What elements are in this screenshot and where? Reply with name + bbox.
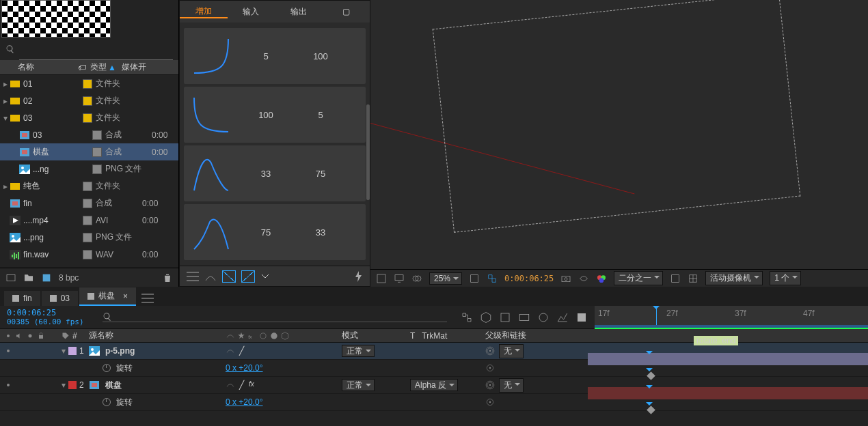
layer-bar[interactable]	[588, 387, 868, 399]
layer-swatch[interactable]	[68, 381, 77, 389]
resolution-dropdown[interactable]: 二分之一	[614, 271, 663, 285]
curve-a-icon[interactable]	[204, 271, 217, 282]
col-trkmat[interactable]: TrkMat	[422, 331, 447, 341]
label-swatch[interactable]	[83, 199, 92, 208]
project-item[interactable]: ...pngPNG 文件	[0, 229, 178, 246]
new-comp-icon[interactable]	[41, 272, 52, 283]
property-value[interactable]: 0 x +20.0°	[226, 363, 263, 373]
motion-blur-icon[interactable]	[537, 311, 550, 324]
close-icon[interactable]: ×	[123, 292, 128, 301]
scrollbar[interactable]	[366, 104, 370, 200]
tag-icon[interactable]: 🏷	[78, 63, 86, 72]
col-mode[interactable]: 模式	[342, 330, 358, 340]
composition-marker[interactable]: rotate_end	[694, 336, 738, 345]
timeline-tab[interactable]: 03	[42, 291, 78, 306]
bpc-toggle[interactable]: 8 bpc	[59, 273, 79, 283]
project-item[interactable]: fin.wavWAV0:00	[0, 246, 178, 263]
col-source[interactable]: 源名称	[89, 330, 113, 341]
show-snapshot-icon[interactable]	[578, 273, 589, 284]
pickwhip-icon[interactable]	[485, 397, 495, 407]
shy-icon[interactable]	[499, 311, 511, 324]
tab-out[interactable]: 输出	[275, 6, 323, 18]
expand-caret[interactable]: ▾	[62, 346, 66, 356]
guides-icon[interactable]	[688, 273, 699, 284]
tab-box[interactable]: ▢	[323, 7, 370, 16]
label-swatch[interactable]	[83, 250, 92, 259]
comp-flowchart-icon[interactable]	[461, 311, 473, 324]
snapshot-icon[interactable]	[560, 273, 571, 284]
label-swatch[interactable]	[92, 147, 102, 157]
col-parent[interactable]: 父级和链接	[485, 330, 526, 341]
blend-mode-dropdown[interactable]: 正常	[342, 379, 375, 391]
tabs-menu-icon[interactable]	[141, 294, 154, 303]
solo-icon[interactable]	[26, 332, 34, 340]
expand-caret[interactable]: ▾	[62, 380, 66, 390]
expand-caret[interactable]: ▾	[1, 113, 10, 123]
pickwhip-icon[interactable]	[485, 380, 495, 390]
project-item[interactable]: ....mp4AVI0:00	[0, 212, 178, 229]
label-swatch[interactable]	[92, 165, 102, 174]
lock-icon[interactable]	[37, 332, 45, 340]
region-icon[interactable]	[670, 273, 681, 284]
timeline-timecode[interactable]: 0:00:06:25	[7, 308, 96, 317]
time-ruler[interactable]: 17f27f37f47f	[595, 306, 868, 329]
quality-switch[interactable]: ╱	[236, 380, 246, 390]
label-swatch[interactable]	[92, 130, 102, 140]
menu-icon[interactable]	[187, 272, 199, 281]
timeline-tab[interactable]: fin	[4, 291, 40, 306]
col-media[interactable]: 媒体开	[122, 61, 146, 73]
stopwatch-icon[interactable]	[103, 398, 111, 406]
stopwatch-icon[interactable]	[103, 364, 111, 372]
layer-bounding-box[interactable]	[433, 0, 801, 233]
grid-icon[interactable]	[376, 273, 387, 284]
expand-caret[interactable]: ▸	[1, 182, 10, 191]
interpret-footage-icon[interactable]	[5, 272, 16, 283]
project-item[interactable]: fin合成0:00	[0, 195, 178, 212]
label-swatch[interactable]	[83, 233, 92, 242]
draft3d-icon[interactable]	[480, 311, 492, 324]
toggle-switches-icon[interactable]	[575, 311, 588, 324]
tab-add[interactable]: 增加	[180, 5, 228, 18]
shy-switch[interactable]	[226, 346, 235, 356]
project-item[interactable]: ...ngPNG 文件	[0, 160, 178, 178]
timeline-tab[interactable]: 棋盘×	[79, 287, 136, 306]
timeline-search[interactable]	[103, 312, 447, 322]
chevron-down-icon[interactable]	[260, 272, 270, 281]
color-mgmt-icon[interactable]	[596, 273, 607, 284]
transparency-grid-icon[interactable]	[487, 273, 498, 284]
layer-row[interactable]: ▾2 棋盘 ╱fx 正常 Alpha 反 无	[0, 377, 868, 394]
new-folder-icon[interactable]	[23, 272, 34, 283]
pickwhip-icon[interactable]	[485, 346, 495, 356]
graph-editor-icon[interactable]	[556, 311, 569, 324]
timeline-frames[interactable]: 00385 (60.00 fps)	[7, 317, 103, 326]
project-item[interactable]: ▸01文件夹	[0, 75, 178, 92]
easing-preset[interactable]: 33 75	[184, 145, 366, 201]
zoom-dropdown[interactable]: 25%	[429, 272, 462, 285]
col-name[interactable]: 名称	[3, 61, 78, 73]
project-item[interactable]: ▸02文件夹	[0, 92, 178, 109]
mode-box-1[interactable]	[222, 270, 236, 283]
layer-row[interactable]: ▾1 p-5.png ╱ 正常 无	[0, 343, 868, 360]
eye-icon[interactable]	[4, 332, 12, 340]
trash-icon[interactable]	[162, 272, 173, 283]
label-swatch[interactable]	[83, 182, 92, 191]
layer-bar[interactable]	[588, 353, 868, 365]
col-num[interactable]: #	[72, 331, 77, 341]
sort-ascending-icon[interactable]: ▲	[108, 63, 116, 72]
label-swatch[interactable]	[83, 79, 92, 89]
safe-zones-icon[interactable]	[469, 273, 480, 284]
expand-caret[interactable]: ▸	[1, 96, 10, 106]
speaker-icon[interactable]	[15, 332, 23, 340]
quality-switch[interactable]: ╱	[236, 346, 246, 356]
eye-icon[interactable]	[4, 347, 12, 355]
parent-dropdown[interactable]: 无	[499, 344, 524, 358]
label-swatch[interactable]	[83, 96, 92, 106]
project-item[interactable]: 棋盘合成0:00	[0, 143, 178, 160]
blend-mode-dropdown[interactable]: 正常	[342, 345, 375, 357]
camera-dropdown[interactable]: 活动摄像机	[705, 271, 763, 285]
mask-icon[interactable]	[411, 273, 422, 284]
eye-icon[interactable]	[4, 381, 12, 389]
easing-preset[interactable]: 5 100	[184, 28, 366, 84]
timeline-search-input[interactable]	[112, 312, 447, 322]
flash-icon[interactable]	[353, 271, 363, 282]
